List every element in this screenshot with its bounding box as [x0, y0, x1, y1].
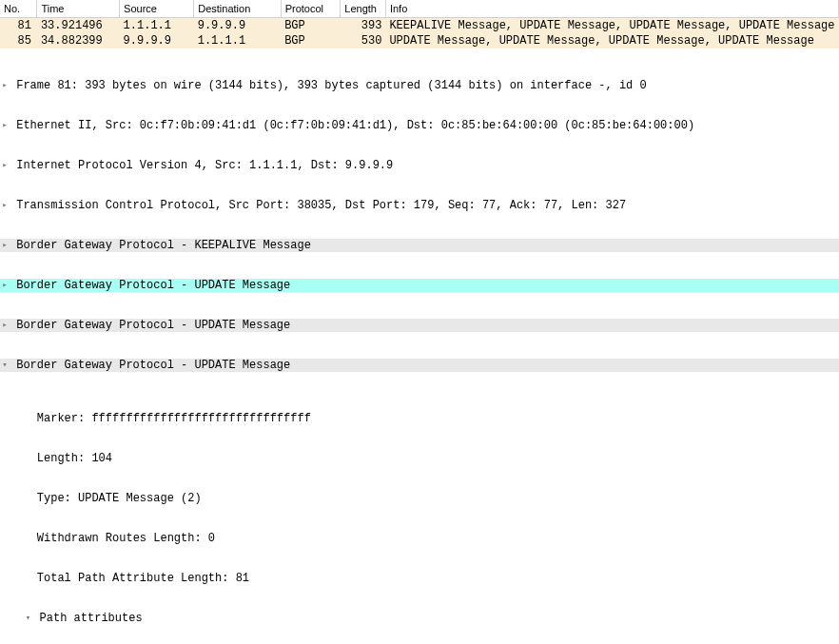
packet-row[interactable]: 81 33.921496 1.1.1.1 9.9.9.9 BGP 393 KEE… [0, 18, 839, 34]
packet-row[interactable]: 85 34.882399 9.9.9.9 1.1.1.1 BGP 530 UPD… [0, 33, 839, 49]
tree-ethernet[interactable]: ▸ Ethernet II, Src: 0c:f7:0b:09:41:d1 (0… [0, 119, 839, 132]
packet-details-tree[interactable]: ▸ Frame 81: 393 bytes on wire (3144 bits… [0, 52, 839, 644]
col-src[interactable]: Source [120, 0, 194, 18]
packet-list-header[interactable]: No. Time Source Destination Protocol Len… [0, 0, 839, 18]
expand-icon[interactable]: ▸ [0, 119, 10, 132]
expand-icon[interactable]: ▸ [0, 239, 10, 252]
cell-time: 33.921496 [37, 18, 120, 34]
expand-icon[interactable]: ▸ [0, 199, 10, 212]
cell-info: KEEPALIVE Message, UPDATE Message, UPDAT… [385, 18, 838, 34]
tree-bgp-update-2[interactable]: ▸ Border Gateway Protocol - UPDATE Messa… [0, 319, 839, 332]
col-time[interactable]: Time [37, 0, 120, 18]
expand-icon[interactable]: ▸ [0, 159, 10, 172]
cell-src: 9.9.9.9 [120, 33, 194, 49]
tree-total-path-attr-length[interactable]: . Total Path Attribute Length: 81 [0, 572, 839, 585]
expand-icon[interactable]: ▸ [0, 279, 10, 292]
expand-icon[interactable]: ▸ [0, 79, 10, 92]
tree-bgp-keepalive[interactable]: ▸ Border Gateway Protocol - KEEPALIVE Me… [0, 239, 839, 252]
collapse-icon[interactable]: ▾ [0, 359, 10, 372]
tree-ip[interactable]: ▸ Internet Protocol Version 4, Src: 1.1.… [0, 159, 839, 172]
tree-type[interactable]: . Type: UPDATE Message (2) [0, 492, 839, 505]
tree-frame[interactable]: ▸ Frame 81: 393 bytes on wire (3144 bits… [0, 79, 839, 92]
tree-marker[interactable]: . Marker: ffffffffffffffffffffffffffffff… [0, 412, 839, 425]
cell-no: 81 [0, 18, 37, 34]
packet-list[interactable]: No. Time Source Destination Protocol Len… [0, 0, 839, 49]
cell-len: 393 [341, 18, 386, 34]
collapse-icon[interactable]: ▾ [23, 612, 32, 625]
cell-src: 1.1.1.1 [120, 18, 194, 34]
cell-time: 34.882399 [37, 33, 120, 49]
cell-info: UPDATE Message, UPDATE Message, UPDATE M… [385, 33, 838, 49]
tree-path-attributes[interactable]: . ▾ Path attributes [0, 612, 839, 625]
cell-dst: 9.9.9.9 [194, 18, 281, 34]
cell-proto: BGP [281, 33, 341, 49]
cell-len: 530 [341, 33, 386, 49]
tree-tcp[interactable]: ▸ Transmission Control Protocol, Src Por… [0, 199, 839, 212]
cell-dst: 1.1.1.1 [194, 33, 281, 49]
expand-icon[interactable]: ▸ [0, 319, 10, 332]
tree-bgp-update-1[interactable]: ▸ Border Gateway Protocol - UPDATE Messa… [0, 279, 839, 292]
col-info[interactable]: Info [385, 0, 838, 18]
tree-bgp-update-3[interactable]: ▾ Border Gateway Protocol - UPDATE Messa… [0, 359, 839, 372]
tree-withdrawn-routes-length[interactable]: . Withdrawn Routes Length: 0 [0, 532, 839, 545]
cell-proto: BGP [281, 18, 341, 34]
tree-length[interactable]: . Length: 104 [0, 452, 839, 465]
col-no[interactable]: No. [0, 0, 37, 18]
col-dst[interactable]: Destination [194, 0, 281, 18]
cell-no: 85 [0, 33, 37, 49]
col-proto[interactable]: Protocol [281, 0, 341, 18]
col-len[interactable]: Length [341, 0, 386, 18]
